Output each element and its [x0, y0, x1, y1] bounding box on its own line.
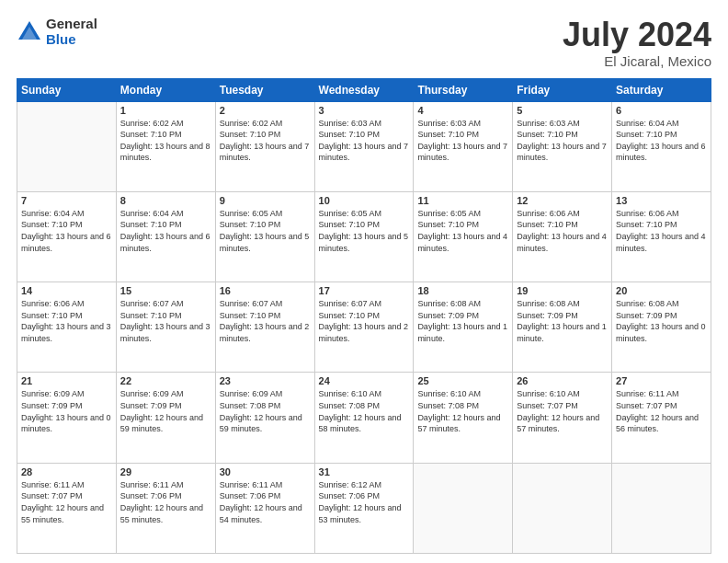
- table-row: 28Sunrise: 6:11 AM Sunset: 7:07 PM Dayli…: [17, 463, 117, 553]
- day-number: 14: [21, 285, 112, 296]
- day-number: 31: [319, 466, 410, 477]
- day-number: 16: [220, 285, 311, 296]
- day-info: Sunrise: 6:12 AM Sunset: 7:06 PM Dayligh…: [319, 479, 410, 525]
- calendar-week-row: 7Sunrise: 6:04 AM Sunset: 7:10 PM Daylig…: [17, 191, 711, 282]
- table-row: 24Sunrise: 6:10 AM Sunset: 7:08 PM Dayli…: [314, 373, 414, 463]
- table-row: 1Sunrise: 6:02 AM Sunset: 7:10 PM Daylig…: [116, 101, 215, 191]
- calendar-week-row: 28Sunrise: 6:11 AM Sunset: 7:07 PM Dayli…: [17, 463, 711, 553]
- logo: General Blue: [17, 17, 97, 47]
- day-info: Sunrise: 6:11 AM Sunset: 7:07 PM Dayligh…: [21, 479, 112, 525]
- day-info: Sunrise: 6:03 AM Sunset: 7:10 PM Dayligh…: [417, 118, 508, 164]
- day-info: Sunrise: 6:04 AM Sunset: 7:10 PM Dayligh…: [21, 208, 112, 254]
- day-info: Sunrise: 6:11 AM Sunset: 7:06 PM Dayligh…: [220, 479, 311, 525]
- day-info: Sunrise: 6:04 AM Sunset: 7:10 PM Dayligh…: [120, 208, 211, 254]
- logo-icon: [17, 19, 42, 45]
- calendar-table: Sunday Monday Tuesday Wednesday Thursday…: [17, 78, 711, 554]
- day-number: 6: [616, 105, 707, 116]
- table-row: 3Sunrise: 6:03 AM Sunset: 7:10 PM Daylig…: [314, 101, 414, 191]
- day-info: Sunrise: 6:05 AM Sunset: 7:10 PM Dayligh…: [417, 208, 508, 254]
- col-saturday: Saturday: [612, 78, 711, 101]
- logo-general: General: [46, 17, 97, 32]
- day-info: Sunrise: 6:04 AM Sunset: 7:10 PM Dayligh…: [616, 118, 707, 164]
- day-number: 26: [517, 375, 608, 386]
- day-info: Sunrise: 6:05 AM Sunset: 7:10 PM Dayligh…: [220, 208, 311, 254]
- table-row: 31Sunrise: 6:12 AM Sunset: 7:06 PM Dayli…: [314, 463, 414, 553]
- day-info: Sunrise: 6:10 AM Sunset: 7:07 PM Dayligh…: [517, 388, 608, 434]
- day-info: Sunrise: 6:06 AM Sunset: 7:10 PM Dayligh…: [21, 298, 112, 344]
- col-friday: Friday: [513, 78, 612, 101]
- table-row: 22Sunrise: 6:09 AM Sunset: 7:09 PM Dayli…: [116, 373, 215, 463]
- table-row: [612, 463, 711, 553]
- table-row: 17Sunrise: 6:07 AM Sunset: 7:10 PM Dayli…: [314, 282, 414, 373]
- day-number: 10: [319, 195, 410, 206]
- day-number: 28: [21, 466, 112, 477]
- table-row: 18Sunrise: 6:08 AM Sunset: 7:09 PM Dayli…: [414, 282, 513, 373]
- table-row: 13Sunrise: 6:06 AM Sunset: 7:10 PM Dayli…: [612, 191, 711, 282]
- day-info: Sunrise: 6:06 AM Sunset: 7:10 PM Dayligh…: [517, 208, 608, 254]
- day-info: Sunrise: 6:08 AM Sunset: 7:09 PM Dayligh…: [417, 298, 508, 344]
- table-row: [17, 101, 117, 191]
- day-number: 13: [616, 195, 707, 206]
- day-info: Sunrise: 6:11 AM Sunset: 7:06 PM Dayligh…: [120, 479, 211, 525]
- title-location: El Jicaral, Mexico: [563, 53, 711, 69]
- col-tuesday: Tuesday: [215, 78, 314, 101]
- day-info: Sunrise: 6:07 AM Sunset: 7:10 PM Dayligh…: [120, 298, 211, 344]
- day-info: Sunrise: 6:07 AM Sunset: 7:10 PM Dayligh…: [319, 298, 410, 344]
- table-row: 10Sunrise: 6:05 AM Sunset: 7:10 PM Dayli…: [314, 191, 414, 282]
- table-row: 26Sunrise: 6:10 AM Sunset: 7:07 PM Dayli…: [513, 373, 612, 463]
- table-row: [414, 463, 513, 553]
- day-number: 15: [120, 285, 211, 296]
- day-number: 29: [120, 466, 211, 477]
- day-number: 22: [120, 375, 211, 386]
- title-block: July 2024 El Jicaral, Mexico: [563, 17, 711, 69]
- day-number: 30: [220, 466, 311, 477]
- calendar-week-row: 21Sunrise: 6:09 AM Sunset: 7:09 PM Dayli…: [17, 373, 711, 463]
- day-info: Sunrise: 6:08 AM Sunset: 7:09 PM Dayligh…: [616, 298, 707, 344]
- day-info: Sunrise: 6:02 AM Sunset: 7:10 PM Dayligh…: [220, 118, 311, 164]
- day-info: Sunrise: 6:10 AM Sunset: 7:08 PM Dayligh…: [417, 388, 508, 434]
- table-row: 8Sunrise: 6:04 AM Sunset: 7:10 PM Daylig…: [116, 191, 215, 282]
- table-row: 6Sunrise: 6:04 AM Sunset: 7:10 PM Daylig…: [612, 101, 711, 191]
- calendar-week-row: 14Sunrise: 6:06 AM Sunset: 7:10 PM Dayli…: [17, 282, 711, 373]
- table-row: 25Sunrise: 6:10 AM Sunset: 7:08 PM Dayli…: [414, 373, 513, 463]
- title-month: July 2024: [563, 17, 711, 53]
- day-info: Sunrise: 6:09 AM Sunset: 7:09 PM Dayligh…: [120, 388, 211, 434]
- day-number: 17: [319, 285, 410, 296]
- day-number: 19: [517, 285, 608, 296]
- day-number: 9: [220, 195, 311, 206]
- day-info: Sunrise: 6:07 AM Sunset: 7:10 PM Dayligh…: [220, 298, 311, 344]
- table-row: 12Sunrise: 6:06 AM Sunset: 7:10 PM Dayli…: [513, 191, 612, 282]
- table-row: 19Sunrise: 6:08 AM Sunset: 7:09 PM Dayli…: [513, 282, 612, 373]
- day-number: 24: [319, 375, 410, 386]
- day-info: Sunrise: 6:08 AM Sunset: 7:09 PM Dayligh…: [517, 298, 608, 344]
- table-row: [513, 463, 612, 553]
- day-number: 1: [120, 105, 211, 116]
- table-row: 16Sunrise: 6:07 AM Sunset: 7:10 PM Dayli…: [215, 282, 314, 373]
- day-number: 5: [517, 105, 608, 116]
- day-number: 11: [417, 195, 508, 206]
- day-info: Sunrise: 6:09 AM Sunset: 7:09 PM Dayligh…: [21, 388, 112, 434]
- day-number: 3: [319, 105, 410, 116]
- calendar-week-row: 1Sunrise: 6:02 AM Sunset: 7:10 PM Daylig…: [17, 101, 711, 191]
- day-info: Sunrise: 6:06 AM Sunset: 7:10 PM Dayligh…: [616, 208, 707, 254]
- day-number: 8: [120, 195, 211, 206]
- header: General Blue July 2024 El Jicaral, Mexic…: [17, 17, 711, 69]
- day-number: 27: [616, 375, 707, 386]
- table-row: 21Sunrise: 6:09 AM Sunset: 7:09 PM Dayli…: [17, 373, 117, 463]
- day-number: 21: [21, 375, 112, 386]
- page: General Blue July 2024 El Jicaral, Mexic…: [0, 0, 728, 563]
- day-number: 4: [417, 105, 508, 116]
- table-row: 29Sunrise: 6:11 AM Sunset: 7:06 PM Dayli…: [116, 463, 215, 553]
- col-monday: Monday: [116, 78, 215, 101]
- table-row: 11Sunrise: 6:05 AM Sunset: 7:10 PM Dayli…: [414, 191, 513, 282]
- table-row: 7Sunrise: 6:04 AM Sunset: 7:10 PM Daylig…: [17, 191, 117, 282]
- day-info: Sunrise: 6:05 AM Sunset: 7:10 PM Dayligh…: [319, 208, 410, 254]
- col-thursday: Thursday: [414, 78, 513, 101]
- day-info: Sunrise: 6:03 AM Sunset: 7:10 PM Dayligh…: [517, 118, 608, 164]
- col-sunday: Sunday: [17, 78, 117, 101]
- table-row: 4Sunrise: 6:03 AM Sunset: 7:10 PM Daylig…: [414, 101, 513, 191]
- table-row: 23Sunrise: 6:09 AM Sunset: 7:08 PM Dayli…: [215, 373, 314, 463]
- day-number: 18: [417, 285, 508, 296]
- day-info: Sunrise: 6:03 AM Sunset: 7:10 PM Dayligh…: [319, 118, 410, 164]
- day-number: 25: [417, 375, 508, 386]
